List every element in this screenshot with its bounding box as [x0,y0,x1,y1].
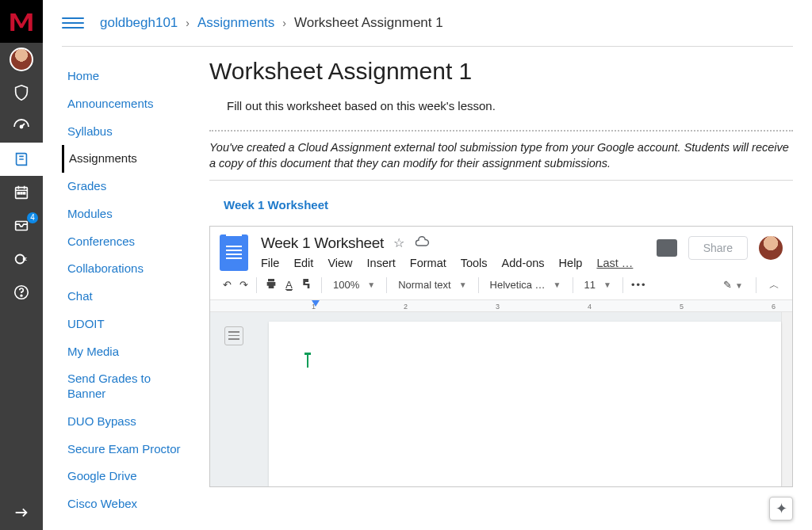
document-link[interactable]: Week 1 Worksheet [224,198,328,212]
breadcrumb: goldbegh101 › Assignments › Worksheet As… [100,15,443,31]
document-page[interactable] [269,322,781,486]
global-nav-rail: 4 [0,0,43,530]
ruler-tick: 6 [772,303,776,311]
doc-menu-bar: FileEditViewInsertFormatToolsAdd-onsHelp… [261,257,633,269]
nav-item-chat[interactable]: Chat [62,283,189,311]
ruler-tick: 4 [588,303,592,311]
menu-edit[interactable]: Edit [293,257,313,269]
menu-insert[interactable]: Insert [367,257,396,269]
hamburger-icon[interactable] [62,12,84,34]
nav-item-my-media[interactable]: My Media [62,338,189,366]
menu-help[interactable]: Help [559,257,583,269]
chevron-right-icon: › [282,17,286,29]
share-button[interactable]: Share [688,236,748,260]
nav-item-modules[interactable]: Modules [62,200,189,228]
menu-last[interactable]: Last … [596,257,633,269]
cloud-assignment-note: You've created a Cloud Assignment extern… [209,139,793,172]
ruler-tick: 2 [404,303,408,311]
nav-item-google-drive[interactable]: Google Drive [62,463,189,490]
spellcheck-icon[interactable]: A̲ [285,279,293,291]
menu-file[interactable]: File [261,257,279,269]
ruler[interactable]: 123456 [210,299,792,312]
svg-point-8 [21,295,22,296]
collapse-toolbar-icon[interactable]: ︿ [769,278,779,292]
course-nav: HomeAnnouncementsSyllabusAssignmentsGrad… [62,55,189,530]
collapse-nav-icon[interactable] [0,495,43,530]
print-icon[interactable] [265,277,278,292]
courses-icon[interactable] [0,143,43,176]
nav-item-send-grades-to-banner[interactable]: Send Grades to Banner [62,365,189,408]
comments-icon[interactable] [657,239,677,257]
breadcrumb-page: Worksheet Assignment 1 [294,15,443,31]
menu-addons[interactable]: Add-ons [502,257,545,269]
help-icon[interactable] [0,276,43,309]
font-dropdown[interactable]: Helvetica …▼ [487,277,565,292]
nav-item-cisco-webex[interactable]: Cisco Webex [62,490,189,518]
nav-item-announcements[interactable]: Announcements [62,90,189,118]
user-avatar[interactable] [759,236,783,260]
more-icon[interactable]: ••• [631,279,647,291]
institution-logo[interactable] [0,0,43,43]
ruler-tick: 3 [496,303,500,311]
nav-item-collaborations[interactable]: Collaborations [62,255,189,283]
doc-title[interactable]: Week 1 Worksheet [261,234,384,252]
breadcrumb-course[interactable]: goldbegh101 [100,15,178,31]
doc-toolbar: ↶ ↷ A̲ 100%▼ Normal text▼ [210,271,792,299]
svg-rect-2 [17,193,19,194]
star-icon[interactable]: ☆ [393,235,404,250]
redo-icon[interactable]: ↷ [239,279,248,291]
chevron-right-icon: › [186,17,190,29]
commons-icon[interactable] [0,242,43,276]
admin-icon[interactable] [0,76,43,109]
svg-point-0 [21,126,23,128]
ruler-tick: 5 [680,303,684,311]
ruler-tick: 1 [312,303,316,311]
svg-rect-5 [16,222,28,231]
svg-rect-3 [21,193,22,194]
google-doc-frame: Week 1 Worksheet ☆ FileEditViewInsertFor… [209,226,793,487]
font-size-dropdown[interactable]: 11▼ [581,277,615,292]
explore-fab[interactable]: ✦ [769,497,793,520]
scrollbar[interactable] [781,312,792,486]
nav-item-udoit[interactable]: UDOIT [62,311,189,338]
menu-format[interactable]: Format [410,257,446,269]
edit-mode-icon[interactable]: ✎ ▼ [723,279,743,291]
nav-item-conferences[interactable]: Conferences [62,228,189,256]
undo-icon[interactable]: ↶ [223,279,232,291]
outline-icon[interactable] [224,326,243,345]
calendar-icon[interactable] [0,176,43,209]
menu-tools[interactable]: Tools [461,257,488,269]
nav-item-grades[interactable]: Grades [62,173,189,200]
page-title: Worksheet Assignment 1 [209,58,793,85]
inbox-badge: 4 [27,212,38,223]
assignment-description: Fill out this worksheet based on this we… [227,99,793,112]
zoom-dropdown[interactable]: 100%▼ [330,277,378,292]
inbox-icon[interactable]: 4 [0,209,43,242]
nav-item-assignments[interactable]: Assignments [62,145,189,173]
paint-format-icon[interactable] [301,277,313,292]
dashboard-icon[interactable] [0,109,43,143]
account-avatar[interactable] [0,43,43,76]
text-cursor [307,355,308,368]
nav-item-duo-bypass[interactable]: DUO Bypass [62,408,189,436]
nav-item-secure-exam-proctor[interactable]: Secure Exam Proctor [62,436,189,463]
style-dropdown[interactable]: Normal text▼ [395,277,469,292]
nav-item-home[interactable]: Home [62,63,189,90]
breadcrumb-section[interactable]: Assignments [197,15,274,31]
google-docs-icon[interactable] [220,234,248,271]
cloud-icon[interactable] [414,236,430,250]
svg-rect-4 [24,193,25,194]
menu-view[interactable]: View [327,257,352,269]
nav-item-syllabus[interactable]: Syllabus [62,118,189,146]
